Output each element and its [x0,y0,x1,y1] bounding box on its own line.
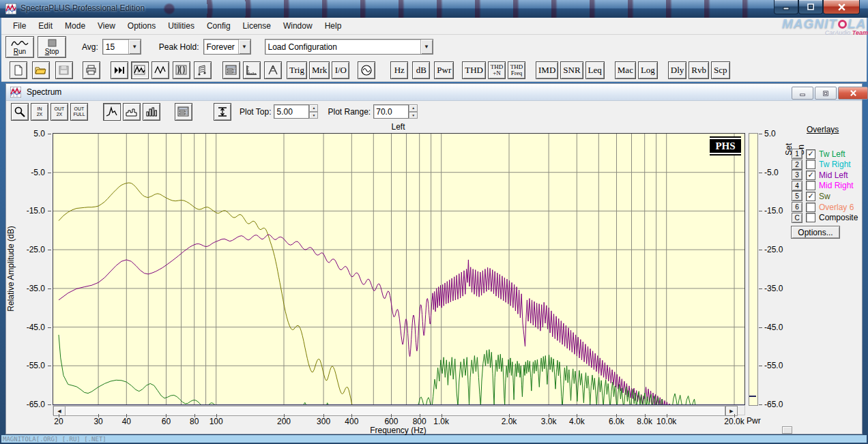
delay-button[interactable]: Dly [668,61,687,79]
overlay-set-button-3[interactable]: 3 [792,170,802,180]
overlay-checkbox-2[interactable] [806,160,815,169]
scroll-left-arrow[interactable]: ◀ [53,406,66,416]
markers-button[interactable]: Mrk [309,61,330,79]
spinner-down-icon[interactable]: ▼ [309,112,318,119]
save-button[interactable] [55,61,73,79]
overlay-checkbox-5[interactable]: ✓ [806,192,815,201]
zoom-in-2x-button[interactable]: IN2X [31,103,48,121]
close-button[interactable] [823,0,860,14]
bar-plot-button[interactable] [143,103,160,121]
line-plot-button[interactable] [103,103,121,121]
spectrum-view-button[interactable] [131,61,149,79]
horizontal-scrollbar[interactable]: ◀ ▶ [53,405,745,415]
spinner-up-icon[interactable]: ▲ [309,104,318,112]
ffwd-icon [113,65,126,76]
spectrum-minimize-button[interactable] [792,87,813,100]
measure-calipers-button[interactable] [264,61,282,79]
print-button[interactable] [83,61,100,79]
surface-view-button[interactable] [194,61,212,79]
menu-item-config[interactable]: Config [201,19,237,33]
spinner-up-icon[interactable]: ▲ [409,104,418,112]
load-configuration-select[interactable]: Load Configuration ▼ [265,39,433,55]
overlay-checkbox-1[interactable]: ✓ [806,149,815,159]
chevron-down-icon[interactable]: ▼ [128,40,141,54]
menu-item-edit[interactable]: Edit [32,19,59,33]
thd-plus-n-button[interactable]: THD+N [488,61,506,79]
overlay-checkbox-4[interactable] [806,181,815,190]
plot-options-button[interactable] [175,103,192,121]
open-file-button[interactable] [32,61,50,79]
thd-freq-button[interactable]: THDFreq [508,61,525,79]
waveform-view-button[interactable] [151,61,169,79]
minimize-button[interactable] [774,0,798,14]
avg-select[interactable]: 15 ▼ [102,39,141,55]
imd-button[interactable]: IMD [536,61,558,79]
overlay-set-button-1[interactable]: 1 [792,149,802,159]
menu-item-window[interactable]: Window [277,19,319,33]
barplot-icon [145,106,158,117]
series-tw-left [59,335,696,404]
menu-item-mode[interactable]: Mode [59,19,91,33]
power-button[interactable]: Pwr [434,61,454,79]
menu-item-options[interactable]: Options [121,19,162,33]
spectrum-plot[interactable] [53,133,745,406]
maximize-icon [807,3,815,11]
plot-range-spinner[interactable]: ▲▼ [409,104,418,119]
plot-range-input[interactable] [373,104,409,119]
scale-settings-button[interactable] [243,61,261,79]
thd-button[interactable]: THD [462,61,486,79]
chevron-down-icon[interactable]: ▼ [238,40,250,54]
gen-icon [360,65,373,76]
frequency-units-button[interactable]: Hz [390,61,408,79]
overlay-checkbox-3[interactable]: ✓ [806,171,815,180]
spectrum-caption-buttons [792,87,868,100]
scope-button[interactable]: Scp [711,61,730,79]
overlay-checkbox-C[interactable] [806,213,815,222]
y-tick-mark [48,288,51,289]
menu-item-license[interactable]: License [237,19,277,33]
overlays-options-button[interactable]: Options... [791,226,840,239]
plot-top-input[interactable] [274,104,309,119]
snr-button[interactable]: SNR [560,61,583,79]
leq-button[interactable]: Leq [585,61,605,79]
spectrum-maximize-button[interactable] [815,87,837,100]
plot-top-spinner[interactable]: ▲▼ [309,104,318,119]
power-meter-spinner[interactable] [782,426,792,434]
filled-plot-button[interactable] [123,103,141,121]
spinner-down-icon[interactable]: ▼ [409,112,418,119]
decibels-button[interactable]: dB [412,61,430,79]
zoom-button[interactable] [11,103,29,121]
fast-forward-button[interactable] [111,61,128,79]
maximize-button[interactable] [798,0,823,14]
menu-item-file[interactable]: File [7,19,32,33]
run-button[interactable]: Run [5,36,34,58]
y-tick-label-left: -35.0 [20,284,45,293]
trigger-button[interactable]: Trig [287,61,307,79]
stop-button[interactable]: Stop [38,36,66,58]
display-settings-button[interactable] [222,61,240,79]
overlay-set-button-5[interactable]: 5 [792,191,802,201]
menu-item-view[interactable]: View [91,19,121,33]
menu-item-utilities[interactable]: Utilities [162,19,201,33]
scrollbar-thumb[interactable] [65,406,725,416]
peak-hold-select[interactable]: Forever ▼ [203,39,251,55]
logging-button[interactable]: Log [638,61,658,79]
overlay-checkbox-6[interactable] [806,203,815,212]
overlay-set-button-C[interactable]: C [792,213,802,223]
reverb-button[interactable]: Rvb [689,61,709,79]
zoom-out-2x-button[interactable]: OUT2X [50,103,68,121]
overlay-set-button-4[interactable]: 4 [792,181,802,191]
scroll-right-arrow[interactable]: ▶ [725,406,738,416]
chevron-down-icon[interactable]: ▼ [420,40,433,54]
menu-item-help[interactable]: Help [319,19,348,33]
spectrum-close-button[interactable] [838,87,868,100]
zoom-out-full-button[interactable]: OUTFULL [70,103,88,121]
signal-generator-button[interactable] [358,61,375,79]
vertical-range-button[interactable] [214,103,231,121]
new-document-button[interactable] [10,61,27,79]
input-output-button[interactable]: I/O [332,61,349,79]
overlay-set-button-6[interactable]: 6 [792,202,802,212]
overlay-set-button-2[interactable]: 2 [792,160,802,170]
spectrogram-view-button[interactable] [173,61,190,79]
macro-button[interactable]: Mac [615,61,636,79]
